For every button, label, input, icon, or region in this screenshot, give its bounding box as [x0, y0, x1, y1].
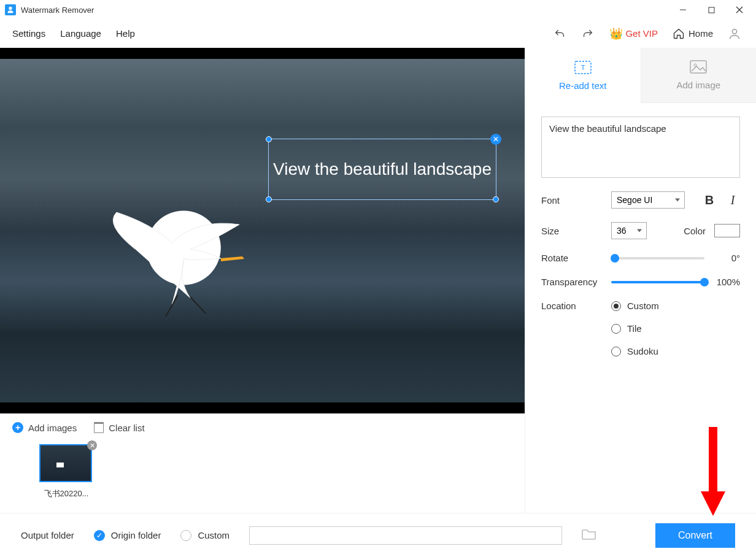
undo-button[interactable]	[553, 27, 566, 40]
font-label: Font	[541, 195, 603, 206]
rotate-label: Rotate	[541, 253, 603, 263]
radio-dot-icon	[611, 301, 621, 311]
overlay-close-button[interactable]: ✕	[490, 134, 501, 145]
color-label: Color	[684, 226, 706, 236]
resize-handle-top-left[interactable]	[266, 136, 272, 142]
add-images-button[interactable]: + Add images	[12, 422, 77, 433]
overlay-text: View the beautiful landscape	[269, 139, 496, 199]
svg-point-4	[732, 29, 736, 33]
svg-line-5	[166, 295, 178, 317]
clear-list-label: Clear list	[109, 423, 144, 433]
svg-marker-12	[701, 491, 725, 516]
origin-folder-radio[interactable]: ✓ Origin folder	[94, 530, 161, 541]
trash-icon	[94, 422, 104, 433]
thumbnail-item[interactable]: ✕ 飞书20220...	[39, 444, 93, 499]
transparency-label: Transparency	[541, 277, 603, 287]
browse-folder-button[interactable]	[582, 528, 596, 543]
window-minimize-button[interactable]	[669, 0, 697, 20]
text-icon: T	[574, 61, 592, 74]
size-select[interactable]: 36	[611, 222, 647, 239]
clear-list-button[interactable]: Clear list	[94, 422, 144, 433]
menu-language[interactable]: Language	[60, 28, 101, 39]
tab-readd-text[interactable]: T Re-add text	[525, 48, 641, 103]
resize-handle-bottom-right[interactable]	[493, 196, 499, 202]
bird-graphic	[98, 200, 270, 323]
crown-icon: 👑	[609, 27, 623, 40]
italic-button[interactable]: I	[725, 193, 740, 207]
location-custom-label: Custom	[627, 301, 659, 311]
tab-text-label: Re-add text	[559, 80, 607, 91]
location-tile-label: Tile	[627, 323, 642, 334]
canvas-area[interactable]: View the beautiful landscape ✕	[0, 48, 525, 413]
size-label: Size	[541, 226, 603, 236]
home-label: Home	[688, 28, 713, 39]
location-label: Location	[541, 301, 603, 311]
app-title: Watermark Remover	[21, 6, 94, 15]
menubar: Settings Language Help 👑 Get VIP Home	[0, 20, 756, 48]
transparency-value: 100%	[713, 277, 740, 287]
titlebar: Watermark Remover	[0, 0, 756, 20]
redo-button[interactable]	[581, 27, 595, 40]
text-overlay-selection[interactable]: View the beautiful landscape ✕	[268, 139, 496, 200]
transparency-slider[interactable]	[611, 281, 704, 283]
bottom-bar: Output folder ✓ Origin folder Custom Con…	[0, 513, 756, 557]
svg-rect-9	[690, 61, 706, 73]
account-button[interactable]	[728, 27, 741, 40]
svg-text:T: T	[580, 64, 585, 71]
window-maximize-button[interactable]	[697, 0, 725, 20]
convert-button[interactable]: Convert	[655, 523, 735, 548]
thumbnail-row: + Add images Clear list ✕ 飞书20220...	[0, 413, 525, 513]
custom-folder-label: Custom	[198, 530, 230, 540]
thumbnail-image	[39, 444, 92, 482]
convert-label: Convert	[678, 530, 712, 541]
home-icon	[673, 28, 685, 40]
check-icon: ✓	[94, 530, 105, 541]
location-sudoku-label: Sudoku	[627, 346, 658, 356]
resize-handle-bottom-left[interactable]	[266, 196, 272, 202]
preview-image	[0, 59, 525, 402]
location-tile-radio[interactable]: Tile	[611, 323, 659, 334]
plus-icon: +	[12, 422, 23, 433]
font-select[interactable]: Segoe UI	[611, 191, 685, 209]
side-panel: T Re-add text Add image Font Segoe UI B …	[525, 48, 756, 513]
output-folder-label: Output folder	[21, 530, 74, 540]
color-swatch[interactable]	[714, 224, 740, 237]
svg-point-10	[694, 64, 696, 66]
image-icon	[690, 60, 707, 74]
rotate-value: 0°	[713, 253, 740, 263]
tab-add-image[interactable]: Add image	[641, 48, 757, 103]
radio-dot-icon	[180, 530, 191, 541]
origin-folder-label: Origin folder	[111, 530, 161, 540]
radio-dot-icon	[611, 347, 621, 356]
user-icon	[728, 27, 741, 40]
arrow-annotation	[695, 427, 731, 519]
location-sudoku-radio[interactable]: Sudoku	[611, 346, 659, 356]
window-close-button[interactable]	[725, 0, 754, 20]
rotate-slider[interactable]	[611, 257, 704, 259]
output-path-input[interactable]	[249, 526, 562, 545]
svg-line-6	[190, 297, 206, 313]
menu-help[interactable]: Help	[116, 28, 135, 39]
tab-image-label: Add image	[676, 80, 720, 90]
radio-dot-icon	[611, 324, 621, 334]
app-icon	[5, 4, 16, 15]
get-vip-button[interactable]: 👑 Get VIP	[609, 27, 658, 40]
thumbnail-label: 飞书20220...	[39, 488, 93, 499]
home-button[interactable]: Home	[673, 28, 713, 40]
bold-button[interactable]: B	[702, 193, 717, 207]
add-images-label: Add images	[28, 423, 77, 433]
watermark-text-input[interactable]	[541, 117, 740, 178]
svg-rect-1	[709, 7, 714, 13]
vip-label: Get VIP	[625, 28, 658, 39]
menu-settings[interactable]: Settings	[12, 28, 45, 39]
thumbnail-remove-button[interactable]: ✕	[87, 440, 97, 450]
custom-folder-radio[interactable]: Custom	[180, 530, 230, 541]
location-custom-radio[interactable]: Custom	[611, 301, 659, 311]
